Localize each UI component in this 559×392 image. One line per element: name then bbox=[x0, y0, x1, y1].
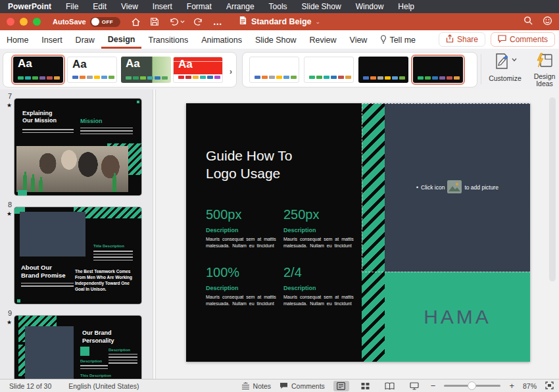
color-swatch bbox=[418, 76, 424, 80]
theme-thumbnail-selected[interactable]: Aa bbox=[13, 57, 63, 83]
comments-button[interactable]: Comments bbox=[491, 32, 555, 47]
thumb7-corner-dot bbox=[137, 101, 139, 103]
reading-view-button[interactable] bbox=[382, 381, 398, 391]
menu-item-file[interactable]: File bbox=[59, 2, 85, 11]
slide-title[interactable]: Guide How To Logo Usage bbox=[206, 147, 293, 182]
slide-8-thumbnail[interactable]: Title Description About Our Brand Promis… bbox=[14, 207, 141, 304]
brand-name: HAMA bbox=[424, 306, 491, 328]
tab-review[interactable]: Review bbox=[303, 32, 343, 49]
canvas-vertical-scrollbar[interactable] bbox=[549, 97, 556, 282]
thumb9-desc-right: Description bbox=[109, 348, 130, 352]
tab-animations[interactable]: Animations bbox=[195, 32, 249, 49]
zoom-in-button[interactable]: + bbox=[509, 381, 514, 391]
feedback-smiley-icon[interactable] bbox=[543, 16, 552, 28]
thumb7-body-lines bbox=[22, 129, 74, 134]
stat-250px[interactable]: 250px Description Mauris consequat sem a… bbox=[283, 207, 357, 249]
slide-9-thumbnail[interactable]: Our Brand Personality Description Descri… bbox=[14, 316, 141, 379]
language-indicator[interactable]: English (United States) bbox=[68, 382, 139, 390]
slide-sorter-view-button[interactable] bbox=[358, 381, 374, 391]
variant-thumbnail[interactable] bbox=[304, 57, 354, 83]
redo-icon[interactable] bbox=[194, 17, 204, 26]
thumb9-desc-left-lines bbox=[80, 365, 108, 370]
normal-view-button[interactable] bbox=[333, 381, 349, 391]
current-slide[interactable]: Guide How To Logo Usage 500px Descriptio… bbox=[186, 103, 530, 362]
tab-insert[interactable]: Insert bbox=[35, 32, 68, 49]
picture-placeholder[interactable]: • Click icon to add picture bbox=[385, 103, 530, 272]
slide-7-thumbnail[interactable]: Explaining Our Mission Mission bbox=[14, 99, 141, 195]
fit-slide-button[interactable] bbox=[545, 381, 554, 391]
color-swatch bbox=[262, 76, 268, 79]
add-picture-icon[interactable] bbox=[447, 180, 462, 195]
stat-500px[interactable]: 500px Description Mauris consequat sem a… bbox=[206, 207, 280, 249]
theme-swatches bbox=[72, 76, 114, 79]
stat-2of4[interactable]: 2/4 Description Mauris consequat sem at … bbox=[283, 265, 357, 306]
color-swatch bbox=[399, 76, 405, 80]
search-icon[interactable] bbox=[523, 16, 533, 28]
autosave-toggle[interactable]: OFF bbox=[90, 17, 120, 27]
thumb8-heading-1: About Our bbox=[21, 264, 52, 271]
variant-thumbnail[interactable] bbox=[358, 57, 408, 83]
menu-item-view[interactable]: View bbox=[114, 2, 145, 11]
variant-thumbnail[interactable] bbox=[249, 57, 299, 83]
tab-home[interactable]: Home bbox=[0, 32, 35, 49]
menu-item-slideshow[interactable]: Slide Show bbox=[295, 2, 349, 11]
theme-thumbnail[interactable]: Aa bbox=[121, 57, 171, 83]
zoom-out-button[interactable]: − bbox=[431, 381, 436, 391]
share-button[interactable]: Share bbox=[439, 32, 485, 47]
menu-item-powerpoint[interactable]: PowerPoint bbox=[0, 2, 59, 11]
design-ribbon: Aa Aa Aa Aa › bbox=[0, 49, 559, 90]
comments-toggle[interactable]: Comments bbox=[280, 382, 325, 390]
notes-toggle[interactable]: Notes bbox=[241, 382, 271, 390]
color-swatch bbox=[439, 76, 445, 80]
slide-sorter-icon bbox=[361, 382, 370, 390]
tab-view[interactable]: View bbox=[343, 32, 374, 49]
theme-thumbnail[interactable]: Aa bbox=[67, 57, 117, 83]
slide-indicator[interactable]: Slide 12 of 30 bbox=[9, 382, 51, 390]
slide-9-number-group: 9 ★ bbox=[2, 309, 12, 326]
brand-color-block[interactable]: HAMA bbox=[385, 272, 530, 362]
zoom-window-button[interactable] bbox=[33, 18, 41, 26]
autosave-label: AutoSave bbox=[53, 18, 86, 26]
thumb8-corner-dot bbox=[17, 299, 20, 303]
zoom-slider[interactable] bbox=[444, 385, 500, 387]
color-swatch bbox=[338, 76, 344, 79]
color-swatch bbox=[316, 76, 322, 79]
menu-item-window[interactable]: Window bbox=[349, 2, 391, 11]
save-icon[interactable] bbox=[150, 17, 159, 26]
color-swatch bbox=[185, 76, 191, 79]
slideshow-view-button[interactable] bbox=[406, 381, 422, 391]
tell-me-control[interactable]: Tell me bbox=[374, 32, 422, 49]
color-swatch bbox=[109, 76, 114, 79]
home-icon[interactable] bbox=[131, 17, 141, 27]
variant-thumbnail-selected[interactable] bbox=[413, 57, 463, 83]
theme-thumbnail[interactable]: Aa bbox=[173, 57, 223, 83]
thumb9-heading-1: Our Brand bbox=[82, 330, 112, 336]
menu-item-edit[interactable]: Edit bbox=[85, 2, 114, 11]
menu-item-arrange[interactable]: Arrange bbox=[219, 2, 262, 11]
undo-icon[interactable] bbox=[168, 17, 185, 26]
tab-transitions[interactable]: Transitions bbox=[141, 32, 195, 49]
themes-gallery-more-icon[interactable]: › bbox=[230, 67, 232, 76]
notes-icon bbox=[241, 382, 250, 389]
color-swatch bbox=[87, 76, 93, 79]
design-ideas-button[interactable]: DesignIdeas bbox=[530, 53, 559, 87]
thumb7-heading-2: Our Mission bbox=[22, 117, 57, 124]
menu-item-tools[interactable]: Tools bbox=[262, 2, 295, 11]
tab-design[interactable]: Design bbox=[101, 32, 142, 49]
more-commands-icon[interactable]: … bbox=[213, 18, 223, 25]
customize-button[interactable]: Customize bbox=[484, 53, 526, 82]
menu-item-help[interactable]: Help bbox=[391, 2, 422, 11]
menu-item-insert[interactable]: Insert bbox=[145, 2, 180, 11]
color-swatch bbox=[162, 76, 168, 80]
close-window-button[interactable] bbox=[7, 18, 14, 26]
autosave-control: AutoSave OFF bbox=[53, 17, 120, 27]
minimize-window-button[interactable] bbox=[20, 18, 28, 26]
zoom-slider-thumb[interactable] bbox=[468, 381, 476, 390]
slide-canvas: Guide How To Logo Usage 500px Descriptio… bbox=[156, 89, 559, 379]
stat-100pct[interactable]: 100% Description Mauris consequat sem at… bbox=[206, 265, 280, 306]
menu-item-format[interactable]: Format bbox=[180, 2, 219, 11]
tab-draw[interactable]: Draw bbox=[69, 32, 101, 49]
zoom-level[interactable]: 87% bbox=[523, 382, 537, 390]
theme-aa-label: Aa bbox=[178, 58, 193, 71]
tab-slideshow[interactable]: Slide Show bbox=[249, 32, 303, 49]
